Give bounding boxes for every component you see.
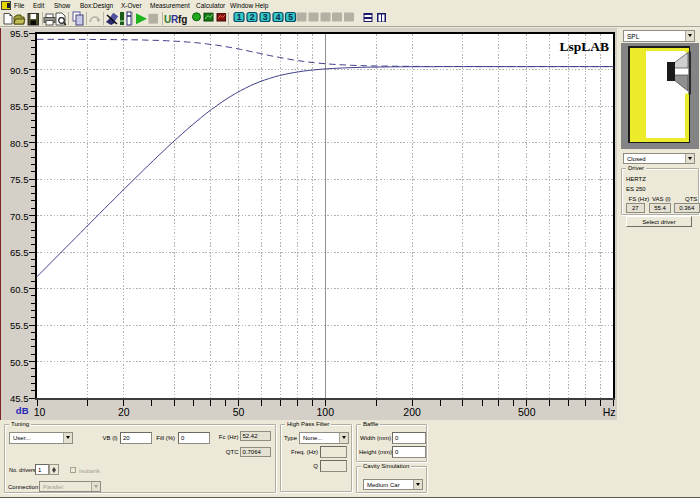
svg-text:60.5: 60.5 [10,284,29,295]
svg-text:500: 500 [518,406,536,418]
svg-text:100: 100 [317,406,335,418]
svg-text:50.5: 50.5 [10,357,29,368]
svg-text:85.5: 85.5 [10,101,29,112]
svg-text:80.5: 80.5 [10,138,29,149]
svg-text:90.5: 90.5 [10,65,29,76]
svg-text:70.5: 70.5 [10,211,29,222]
svg-text:fg: fg [178,14,187,25]
svg-text:3: 3 [263,12,268,22]
svg-text:75.5: 75.5 [10,174,29,185]
svg-text:10: 10 [34,406,46,418]
svg-text:LspLAB: LspLAB [559,39,609,54]
svg-text:dB: dB [16,405,29,416]
svg-text:65.5: 65.5 [10,247,29,258]
svg-text:Hz: Hz [603,406,616,418]
svg-text:95.5: 95.5 [10,28,29,39]
svg-text:45.5: 45.5 [10,393,29,404]
svg-text:55.5: 55.5 [10,320,29,331]
svg-text:4: 4 [276,12,281,22]
svg-text:20: 20 [118,406,130,418]
svg-text:200: 200 [403,406,421,418]
svg-text:5: 5 [288,12,293,22]
svg-text:2: 2 [250,12,255,22]
svg-text:1: 1 [237,12,242,22]
svg-text:50: 50 [233,406,245,418]
